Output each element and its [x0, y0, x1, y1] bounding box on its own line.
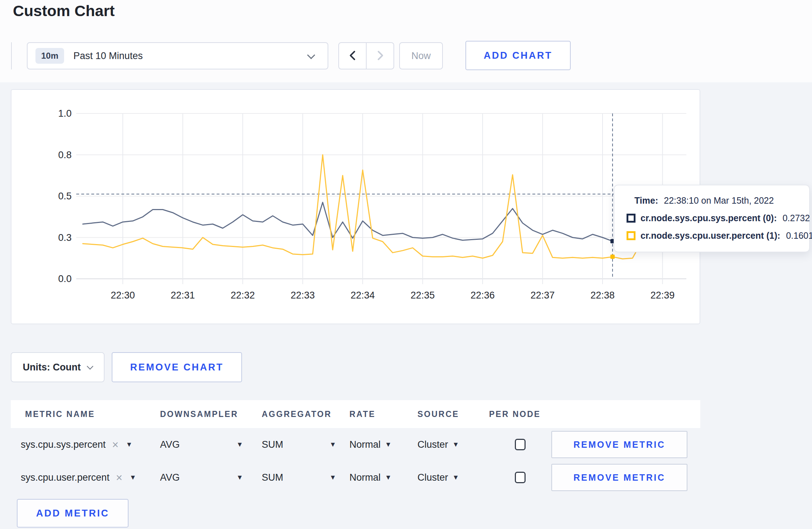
rate-value: Normal: [349, 472, 381, 483]
per-node-checkbox[interactable]: [515, 439, 526, 450]
tooltip-time-label: Time:: [634, 195, 658, 206]
time-range-badge: 10m: [35, 48, 64, 64]
time-pager: [338, 42, 394, 69]
tooltip-series-label: cr.node.sys.cpu.user.percent (1):: [641, 230, 780, 241]
tooltip-series-value: 0.1601: [786, 230, 812, 241]
column-header-source: SOURCE: [417, 409, 489, 419]
chevron-left-icon: [348, 50, 357, 62]
caret-down-icon: ▼: [453, 441, 459, 448]
series-line-user: [83, 155, 662, 259]
time-prev-button[interactable]: [339, 43, 366, 69]
now-button[interactable]: Now: [399, 42, 443, 69]
y-tick-label: 0.5: [58, 191, 72, 202]
remove-chart-button[interactable]: REMOVE CHART: [112, 352, 242, 382]
x-tick-label: 22:37: [531, 290, 555, 301]
downsampler-value: AVG: [160, 439, 180, 450]
series-user-swatch-icon: [627, 231, 635, 240]
x-tick-label: 22:30: [111, 290, 135, 301]
clear-metric-icon[interactable]: ×: [112, 439, 119, 450]
clear-metric-icon[interactable]: ×: [116, 472, 122, 483]
tooltip-series-row: cr.node.sys.cpu.sys.percent (0): 0.2732: [627, 213, 797, 223]
x-tick-label: 22:31: [171, 290, 195, 301]
aggregator-select[interactable]: SUM ▼: [262, 472, 336, 483]
downsampler-select[interactable]: AVG ▼: [160, 439, 243, 450]
tooltip-time-value: 22:38:10 on Mar 15th, 2022: [664, 195, 774, 206]
custom-chart-page: Custom Chart 10m Past 10 Minutes Now ADD…: [0, 0, 812, 529]
aggregator-select[interactable]: SUM ▼: [262, 439, 336, 450]
line-chart[interactable]: 0.00.30.50.81.022:3022:3122:3222:3322:34…: [11, 90, 700, 324]
x-tick-label: 22:34: [351, 290, 375, 301]
caret-down-icon: ▼: [329, 474, 336, 481]
source-select[interactable]: Cluster ▼: [417, 439, 489, 450]
caret-down-icon: ▼: [385, 474, 392, 481]
time-range-select[interactable]: 10m Past 10 Minutes: [27, 42, 328, 69]
x-tick-label: 22:33: [291, 290, 315, 301]
units-label: Units: Count: [23, 362, 81, 373]
x-tick-label: 22:39: [651, 290, 675, 301]
rate-select[interactable]: Normal ▼: [349, 439, 417, 450]
chevron-down-icon: [307, 51, 315, 59]
metric-name-value: sys.cpu.user.percent: [21, 472, 110, 483]
toolbar-divider: [11, 42, 12, 69]
caret-down-icon: ▼: [329, 441, 336, 448]
chart-card: 0.00.30.50.81.022:3022:3122:3222:3322:34…: [11, 89, 700, 324]
y-tick-label: 0.8: [58, 150, 72, 160]
source-value: Cluster: [417, 472, 448, 483]
metric-row: sys.cpu.user.percent × ▼ AVG ▼ SUM ▼ Nor…: [11, 461, 700, 494]
metrics-table-header: METRIC NAME DOWNSAMPLER AGGREGATOR RATE …: [11, 400, 700, 428]
caret-down-icon: ▼: [236, 441, 243, 448]
caret-down-icon: ▼: [236, 474, 243, 481]
chevron-down-icon: [87, 363, 93, 369]
x-tick-label: 22:38: [590, 290, 615, 301]
per-node-checkbox[interactable]: [515, 472, 526, 483]
tooltip-series-label: cr.node.sys.cpu.sys.percent (0):: [641, 213, 777, 223]
y-tick-label: 0.3: [58, 232, 72, 243]
column-header-aggregator: AGGREGATOR: [262, 409, 349, 419]
tooltip-series-row: cr.node.sys.cpu.user.percent (1): 0.1601: [627, 230, 797, 241]
chevron-right-icon: [376, 50, 385, 62]
row-actions: REMOVE METRIC: [551, 431, 700, 458]
metrics-table: METRIC NAME DOWNSAMPLER AGGREGATOR RATE …: [11, 400, 700, 494]
x-tick-label: 22:32: [231, 290, 255, 301]
rate-select[interactable]: Normal ▼: [349, 472, 417, 483]
downsampler-select[interactable]: AVG ▼: [160, 472, 243, 483]
caret-down-icon: ▼: [453, 474, 459, 481]
y-tick-label: 1.0: [58, 108, 72, 119]
source-value: Cluster: [417, 439, 448, 450]
source-select[interactable]: Cluster ▼: [417, 472, 489, 483]
units-select[interactable]: Units: Count: [11, 352, 105, 382]
time-next-button[interactable]: [366, 43, 393, 69]
remove-metric-button[interactable]: REMOVE METRIC: [551, 464, 687, 491]
remove-metric-button[interactable]: REMOVE METRIC: [551, 431, 687, 458]
series-sys-swatch-icon: [627, 214, 635, 223]
x-tick-label: 22:35: [411, 290, 435, 301]
downsampler-value: AVG: [160, 472, 180, 483]
column-header-downsampler: DOWNSAMPLER: [160, 409, 262, 419]
column-header-metric-name: METRIC NAME: [11, 409, 160, 419]
metric-name-select[interactable]: sys.cpu.user.percent × ▼: [11, 472, 160, 483]
chart-tooltip: Time: 22:38:10 on Mar 15th, 2022 cr.node…: [614, 185, 810, 252]
time-range-label: Past 10 Minutes: [73, 50, 143, 62]
aggregator-value: SUM: [262, 472, 283, 483]
caret-down-icon: ▼: [130, 474, 136, 481]
column-header-rate: RATE: [349, 409, 417, 419]
metric-row: sys.cpu.sys.percent × ▼ AVG ▼ SUM ▼ Norm…: [11, 428, 700, 461]
add-chart-button[interactable]: ADD CHART: [465, 41, 571, 70]
metric-name-value: sys.cpu.sys.percent: [21, 439, 106, 450]
caret-down-icon: ▼: [126, 441, 132, 448]
row-actions: REMOVE METRIC: [551, 464, 700, 491]
y-tick-label: 0.0: [58, 273, 72, 284]
column-header-per-node: PER NODE: [489, 409, 551, 419]
tooltip-series-value: 0.2732: [783, 213, 810, 223]
per-node-cell: [489, 472, 551, 483]
metric-name-select[interactable]: sys.cpu.sys.percent × ▼: [11, 439, 160, 450]
per-node-cell: [489, 439, 551, 450]
x-tick-label: 22:36: [470, 290, 495, 301]
tooltip-time-row: Time: 22:38:10 on Mar 15th, 2022: [627, 195, 797, 206]
page-title: Custom Chart: [13, 2, 115, 20]
rate-value: Normal: [349, 439, 381, 450]
hover-point-marker-user: [610, 254, 615, 259]
aggregator-value: SUM: [262, 439, 283, 450]
add-metric-button[interactable]: ADD METRIC: [17, 499, 129, 528]
caret-down-icon: ▼: [385, 441, 392, 448]
